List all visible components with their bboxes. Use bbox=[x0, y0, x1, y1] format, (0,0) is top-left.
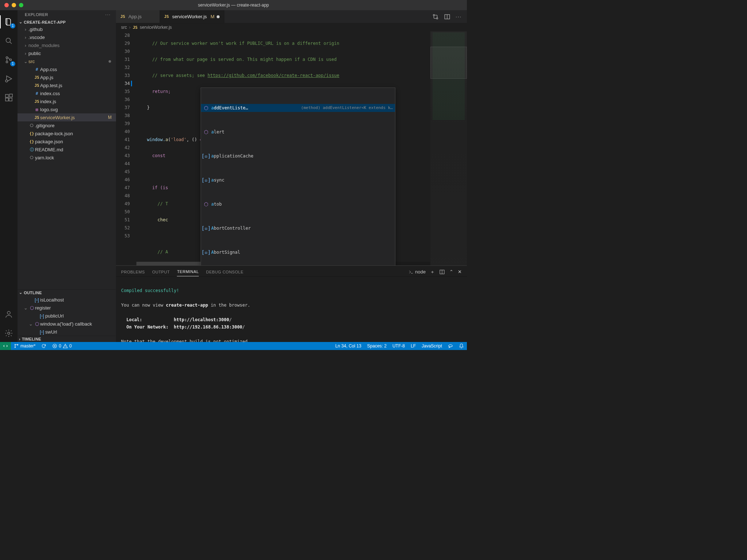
outline-header[interactable]: OUTLINE bbox=[18, 289, 116, 296]
js-file-icon: JS bbox=[120, 14, 126, 19]
breadcrumb-file[interactable]: serviceWorker.js bbox=[140, 25, 172, 30]
editor-group: JS App.js JS serviceWorker.js M ··· src … bbox=[116, 10, 467, 342]
svg-point-16 bbox=[15, 347, 15, 347]
suggest-item[interactable]: ⬡alert bbox=[201, 128, 395, 136]
folder-node-modules[interactable]: node_modules bbox=[18, 41, 116, 49]
minimize-window-icon[interactable] bbox=[12, 3, 16, 7]
outline-islocalhost[interactable]: [▫]isLocalhost bbox=[18, 296, 116, 304]
remote-indicator[interactable] bbox=[0, 342, 11, 350]
explorer-section-header[interactable]: CREATE-REACT-APP bbox=[18, 19, 116, 25]
compare-changes-icon[interactable] bbox=[432, 13, 439, 20]
window-title: serviceWorker.js — create-react-app bbox=[0, 3, 467, 8]
file-readme[interactable]: ⓘREADME.md bbox=[18, 145, 116, 153]
activity-debug-icon[interactable] bbox=[0, 70, 18, 88]
more-actions-icon[interactable]: ··· bbox=[456, 14, 462, 19]
code-area[interactable]: // Our service worker won't work if PUBL… bbox=[136, 31, 467, 265]
intellisense-suggest[interactable]: ⬡ addEventListe… (method) addEventListen… bbox=[201, 88, 395, 265]
maximize-window-icon[interactable] bbox=[19, 3, 23, 7]
tab-app-js[interactable]: JS App.js bbox=[116, 10, 160, 23]
activity-settings-icon[interactable] bbox=[0, 324, 18, 342]
file-tree: .github .vscode node_modules public src●… bbox=[18, 25, 116, 289]
status-language[interactable]: JavaScript bbox=[419, 343, 445, 349]
svg-rect-6 bbox=[5, 98, 8, 101]
file-index-css[interactable]: #index.css bbox=[18, 89, 116, 97]
outline-publicurl[interactable]: [▫]publicUrl bbox=[18, 312, 116, 320]
chevron-down-icon bbox=[23, 59, 28, 64]
suggest-item[interactable]: [▫]applicationCache bbox=[201, 152, 395, 160]
close-panel-icon[interactable]: ✕ bbox=[458, 269, 462, 275]
activity-explorer-icon[interactable]: 1 bbox=[0, 13, 18, 31]
chevron-down-icon bbox=[19, 20, 22, 24]
suggest-item[interactable]: [▫]async bbox=[201, 176, 395, 184]
svg-point-1 bbox=[6, 57, 8, 59]
folder-github[interactable]: .github bbox=[18, 25, 116, 33]
folder-public[interactable]: public bbox=[18, 49, 116, 57]
explorer-section-label: CREATE-REACT-APP bbox=[24, 20, 66, 24]
outline-register[interactable]: ⬡register bbox=[18, 304, 116, 312]
terminal[interactable]: Compiled successfully! You can now view … bbox=[116, 277, 467, 342]
file-index-js[interactable]: JSindex.js bbox=[18, 97, 116, 105]
status-encoding[interactable]: UTF-8 bbox=[390, 343, 408, 349]
svg-point-0 bbox=[6, 38, 11, 43]
file-package-json[interactable]: {}package.json bbox=[18, 137, 116, 145]
suggest-item[interactable]: ⬡ addEventListe… (method) addEventListen… bbox=[201, 104, 395, 112]
status-sync[interactable] bbox=[38, 342, 49, 350]
status-cursor-position[interactable]: Ln 34, Col 13 bbox=[332, 343, 364, 349]
sidebar-header: EXPLORER ··· bbox=[18, 10, 116, 19]
suggest-item[interactable]: ⬡atob bbox=[201, 200, 395, 208]
split-terminal-icon[interactable] bbox=[439, 269, 445, 275]
timeline-header[interactable]: TIMELINE bbox=[18, 336, 116, 342]
file-app-css[interactable]: #App.css bbox=[18, 65, 116, 73]
suggest-item[interactable]: [▫]AbortSignal bbox=[201, 248, 395, 256]
file-app-js[interactable]: JSApp.js bbox=[18, 73, 116, 81]
activity-scm-icon[interactable]: 1 bbox=[0, 51, 18, 69]
status-problems[interactable]: 0 0 bbox=[49, 342, 74, 350]
svg-rect-7 bbox=[9, 98, 12, 101]
chevron-down-icon bbox=[23, 305, 28, 311]
activity-extensions-icon[interactable] bbox=[0, 89, 18, 106]
breadcrumb-src[interactable]: src bbox=[121, 25, 127, 30]
status-notifications-icon[interactable] bbox=[456, 343, 467, 349]
status-feedback-icon[interactable] bbox=[445, 343, 456, 349]
file-yarn-lock[interactable]: ⎔yarn.lock bbox=[18, 153, 116, 162]
method-icon: ⬡ bbox=[203, 129, 209, 135]
panel-tab-debug-console[interactable]: DEBUG CONSOLE bbox=[206, 268, 243, 276]
maximize-panel-icon[interactable]: ⌃ bbox=[449, 269, 453, 275]
tab-label: App.js bbox=[128, 14, 142, 19]
svg-point-12 bbox=[437, 18, 438, 19]
chevron-down-icon bbox=[19, 290, 22, 295]
svg-rect-5 bbox=[5, 94, 8, 97]
outline-tree: [▫]isLocalhost ⬡register [▫]publicUrl ⬡w… bbox=[18, 296, 116, 336]
suggest-item[interactable]: [▫]AbortController bbox=[201, 224, 395, 232]
file-logo-svg[interactable]: ▧logo.svg bbox=[18, 105, 116, 113]
status-indentation[interactable]: Spaces: 2 bbox=[364, 343, 390, 349]
panel-tab-output[interactable]: OUTPUT bbox=[152, 268, 170, 276]
file-service-worker-js[interactable]: JSserviceWorker.jsM bbox=[18, 113, 116, 121]
activity-account-icon[interactable] bbox=[0, 306, 18, 323]
split-editor-icon[interactable] bbox=[444, 13, 450, 20]
titlebar: serviceWorker.js — create-react-app bbox=[0, 0, 467, 10]
tab-service-worker-js[interactable]: JS serviceWorker.js M bbox=[160, 10, 224, 23]
panel-tab-terminal[interactable]: TERMINAL bbox=[177, 267, 199, 276]
variable-icon: [▫] bbox=[203, 153, 209, 159]
minimap[interactable] bbox=[430, 31, 467, 265]
scm-badge: 1 bbox=[10, 61, 15, 66]
terminal-launch-profile-icon[interactable]: node bbox=[409, 269, 426, 275]
outline-callback[interactable]: ⬡window.a('load') callback bbox=[18, 320, 116, 328]
new-terminal-icon[interactable]: ＋ bbox=[430, 269, 435, 275]
file-gitignore[interactable]: ⎔.gitignore bbox=[18, 121, 116, 129]
outline-swurl[interactable]: [▫]swUrl bbox=[18, 328, 116, 336]
folder-vscode[interactable]: .vscode bbox=[18, 33, 116, 41]
close-window-icon[interactable] bbox=[4, 3, 9, 7]
status-branch[interactable]: master* bbox=[11, 342, 38, 350]
sidebar-more-icon[interactable]: ··· bbox=[105, 12, 111, 17]
folder-src[interactable]: src● bbox=[18, 57, 116, 65]
editor[interactable]: 282930313233 34 353637383940414243444546… bbox=[116, 31, 467, 265]
file-package-lock[interactable]: {}package-lock.json bbox=[18, 129, 116, 137]
activity-search-icon[interactable] bbox=[0, 32, 18, 50]
panel-tab-problems[interactable]: PROBLEMS bbox=[121, 268, 145, 276]
status-eol[interactable]: LF bbox=[408, 343, 419, 349]
activity-bar: 1 1 bbox=[0, 10, 18, 342]
breadcrumbs[interactable]: src › JS serviceWorker.js bbox=[116, 23, 467, 31]
file-app-test-js[interactable]: JSApp.test.js bbox=[18, 81, 116, 89]
